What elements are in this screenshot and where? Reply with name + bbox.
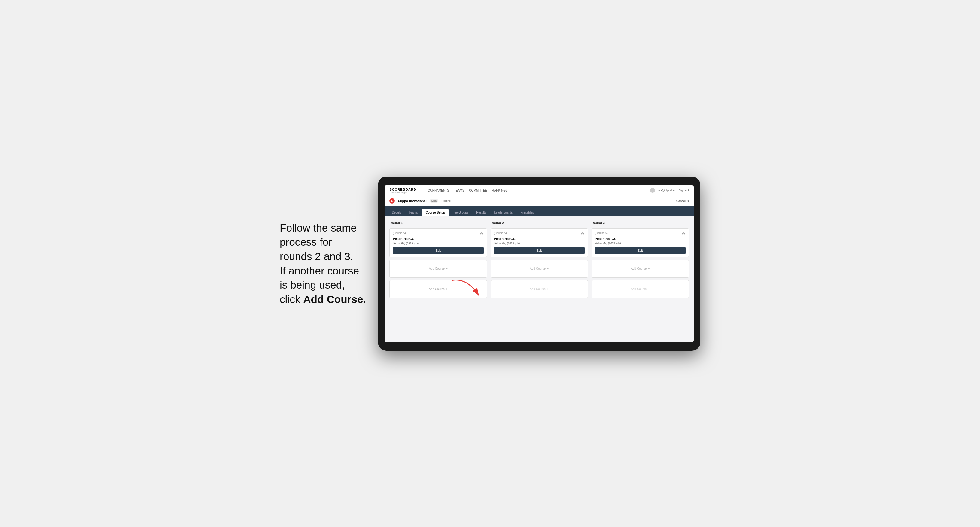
round-2-course-card: (Course A) ⊙ Peachtree GC Yellow (M) (66… (491, 228, 588, 257)
course-2-card-header: (Course A) ⊙ (494, 232, 585, 236)
add-course-text-r2-2: Add Course + (530, 287, 549, 290)
tab-teams[interactable]: Teams (405, 209, 421, 216)
round-2-title: Round 2 (491, 221, 588, 225)
tablet-screen: SCOREBOARD Powered by clippd TOURNAMENTS… (385, 185, 694, 342)
course-3-details: Yellow (M) (6629 yds) (595, 242, 686, 245)
tournament-name: Clippd Invitational (398, 199, 426, 203)
round-3-add-course-2: Add Course + (592, 280, 689, 298)
plus-icon-r3-1: + (648, 267, 649, 270)
add-course-text-r1-2: Add Course + (429, 287, 448, 290)
cancel-button[interactable]: Cancel ✕ (676, 199, 689, 203)
instruction-line4: If another course (280, 265, 359, 276)
round-2-add-course-1[interactable]: Add Course + (491, 260, 588, 278)
round-1-add-course-1[interactable]: Add Course + (389, 260, 487, 278)
course-1-name: Peachtree GC (393, 237, 484, 241)
round-1-column: Round 1 (Course A) ⊙ Peachtree GC Yellow… (389, 221, 487, 298)
plus-icon-r1-2: + (446, 287, 448, 290)
course-3-label: (Course A) (595, 232, 608, 235)
course-3-delete-button[interactable]: ⊙ (681, 232, 686, 236)
course-2-name: Peachtree GC (494, 237, 585, 241)
page-wrapper: Follow the same process for rounds 2 and… (280, 176, 700, 351)
hosting-badge: Hosting (441, 199, 451, 202)
round-3-title: Round 3 (592, 221, 689, 225)
course-1-label: (Course A) (393, 232, 406, 235)
course-2-delete-button[interactable]: ⊙ (581, 232, 585, 236)
instruction-line5: is being used, (280, 279, 345, 290)
course-3-name: Peachtree GC (595, 237, 686, 241)
nav-rankings[interactable]: RANKINGS (492, 189, 508, 192)
tab-results[interactable]: Results (473, 209, 490, 216)
course-2-edit-button[interactable]: Edit (494, 247, 585, 254)
course-1-edit-button[interactable]: Edit (393, 247, 484, 254)
add-course-text-r1-1: Add Course + (429, 267, 448, 270)
nav-committee[interactable]: COMMITTEE (469, 189, 487, 192)
plus-icon-r2-2: + (547, 287, 549, 290)
logo-sub: Powered by clippd (389, 191, 416, 194)
add-course-text-r2-1: Add Course + (530, 267, 549, 270)
course-2-details: Yellow (M) (6629 yds) (494, 242, 585, 245)
add-course-text-r3-2: Add Course + (631, 287, 650, 290)
tournament-logo: C (389, 198, 395, 203)
plus-icon-r2-1: + (547, 267, 549, 270)
round-2-column: Round 2 (Course A) ⊙ Peachtree GC Yellow… (491, 221, 588, 298)
course-1-delete-button[interactable]: ⊙ (479, 232, 484, 236)
cancel-icon: ✕ (686, 199, 689, 203)
course-3-edit-button[interactable]: Edit (595, 247, 686, 254)
tab-leaderboards[interactable]: Leaderboards (491, 209, 516, 216)
tournament-bar: C Clippd Invitational Men Hosting Cancel… (385, 196, 694, 206)
tournament-gender: Men (430, 199, 439, 203)
nav-tournaments[interactable]: TOURNAMENTS (426, 189, 449, 192)
tab-details[interactable]: Details (388, 209, 405, 216)
nav-right: blair@clippd.io | Sign out (650, 188, 689, 193)
round-2-add-course-2: Add Course + (491, 280, 588, 298)
round-1-add-course-2[interactable]: Add Course + (389, 280, 487, 298)
plus-icon-r3-2: + (648, 287, 649, 290)
instruction-line6: click (280, 294, 303, 305)
user-avatar (650, 188, 655, 193)
round-3-add-course-1[interactable]: Add Course + (592, 260, 689, 278)
logo-scoreboard: SCOREBOARD (389, 188, 416, 191)
tablet-device: SCOREBOARD Powered by clippd TOURNAMENTS… (378, 176, 700, 351)
course-2-label: (Course A) (494, 232, 507, 235)
add-course-text-r3-1: Add Course + (631, 267, 650, 270)
sign-out-link[interactable]: Sign out (679, 189, 689, 192)
plus-icon-r1-1: + (446, 267, 448, 270)
content-area: Round 1 (Course A) ⊙ Peachtree GC Yellow… (385, 216, 694, 342)
tab-bar: Details Teams Course Setup Tee Groups Re… (385, 206, 694, 216)
round-3-course-card: (Course A) ⊙ Peachtree GC Yellow (M) (66… (592, 228, 689, 257)
instruction-line1: Follow the same (280, 222, 356, 233)
course-1-details: Yellow (M) (6629 yds) (393, 242, 484, 245)
instruction-bold: Add Course. (303, 294, 366, 305)
round-1-course-card: (Course A) ⊙ Peachtree GC Yellow (M) (66… (389, 228, 487, 257)
round-3-column: Round 3 (Course A) ⊙ Peachtree GC Yellow… (592, 221, 689, 298)
user-email: blair@clippd.io (657, 189, 675, 192)
instruction-line3: rounds 2 and 3. (280, 251, 353, 262)
course-3-card-header: (Course A) ⊙ (595, 232, 686, 236)
tab-tee-groups[interactable]: Tee Groups (449, 209, 472, 216)
nav-teams[interactable]: TEAMS (454, 189, 464, 192)
logo-area: SCOREBOARD Powered by clippd (389, 188, 416, 194)
nav-links: TOURNAMENTS TEAMS COMMITTEE RANKINGS (426, 189, 644, 192)
tab-course-setup[interactable]: Course Setup (422, 209, 449, 216)
nav-separator: | (676, 189, 677, 192)
top-nav: SCOREBOARD Powered by clippd TOURNAMENTS… (385, 185, 694, 196)
instruction-line2: process for (280, 236, 332, 248)
course-card-header: (Course A) ⊙ (393, 232, 484, 236)
rounds-grid: Round 1 (Course A) ⊙ Peachtree GC Yellow… (389, 221, 689, 298)
tab-printables[interactable]: Printables (517, 209, 537, 216)
round-1-title: Round 1 (389, 221, 487, 225)
instruction-text: Follow the same process for rounds 2 and… (280, 221, 366, 306)
